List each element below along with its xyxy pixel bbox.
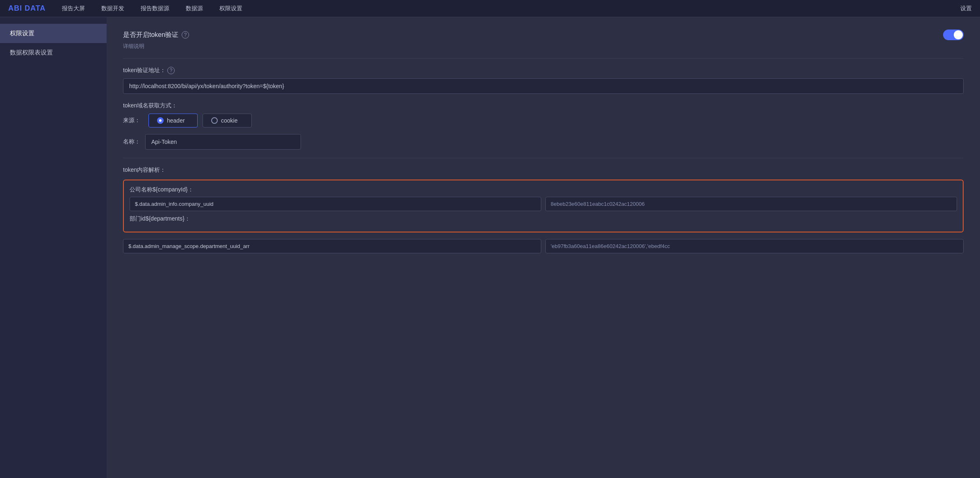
token-enable-label: 是否开启token验证 [123,31,178,39]
nav-item-2[interactable]: 报告数据源 [141,5,169,12]
token-domain-label: token域名获取方式： [123,102,964,109]
company-label: 公司名称${companyId}： [130,186,957,193]
token-url-input[interactable] [123,78,964,94]
highlighted-box: 公司名称${companyId}： 8ebeb23e60e811eabc1c02… [123,180,964,232]
radio-cookie-circle [211,117,218,124]
top-nav: ABI DATA 报告大屏 数据开发 报告数据源 数据源 权限设置 设置 [0,0,980,17]
sidebar-item-data-auth[interactable]: 数据权限表设置 [0,43,107,62]
content-area: 是否开启token验证 ? 详细说明 token验证地址： ? token域名获… [107,17,980,478]
nav-item-4[interactable]: 权限设置 [219,5,242,12]
logo: ABI DATA [8,4,46,13]
dept-mapping-row: 'eb97fb3a60ea11ea86e60242ac120006','ebed… [123,239,964,253]
radio-header-label: header [167,117,185,124]
divider-1 [123,58,964,59]
name-input[interactable] [145,134,301,150]
sidebar-item-auth[interactable]: 权限设置 [0,24,107,43]
token-enable-title: 是否开启token验证 ? [123,31,189,39]
token-enable-row: 是否开启token验证 ? [123,30,964,40]
dept-mapping-input[interactable] [123,239,541,253]
radio-cookie-label: cookie [221,117,237,124]
nav-item-3[interactable]: 数据源 [186,5,203,12]
token-url-help-icon[interactable]: ? [167,67,175,74]
name-label: 名称： [123,138,140,146]
token-enable-toggle[interactable] [943,30,964,40]
source-label: 来源： [123,117,140,124]
main-layout: 权限设置 数据权限表设置 是否开启token验证 ? 详细说明 token验证地… [0,17,980,478]
company-mapping-row: 8ebeb23e60e811eabc1c0242ac120006 [130,197,957,211]
nav-item-0[interactable]: 报告大屏 [62,5,85,12]
radio-group: 来源： header cookie [123,114,964,127]
token-url-label: token验证地址： ? [123,67,964,74]
radio-cookie[interactable]: cookie [203,114,252,127]
token-content-label: token内容解析： [123,166,964,174]
name-row: 名称： [123,134,964,150]
nav-right: 设置 [960,5,972,12]
radio-header[interactable]: header [148,114,198,127]
sidebar: 权限设置 数据权限表设置 [0,17,107,478]
divider-2 [123,158,964,158]
radio-header-circle [157,117,164,124]
company-mapping-output: 8ebeb23e60e811eabc1c0242ac120006 [545,197,957,211]
dept-label: 部门id${departments}： [130,215,957,223]
nav-item-1[interactable]: 数据开发 [101,5,124,12]
token-enable-help-icon[interactable]: ? [182,31,189,39]
dept-mapping-output: 'eb97fb3a60ea11ea86e60242ac120006','ebed… [545,239,964,253]
token-enable-subtitle: 详细说明 [123,43,964,50]
company-mapping-input[interactable] [130,197,541,211]
